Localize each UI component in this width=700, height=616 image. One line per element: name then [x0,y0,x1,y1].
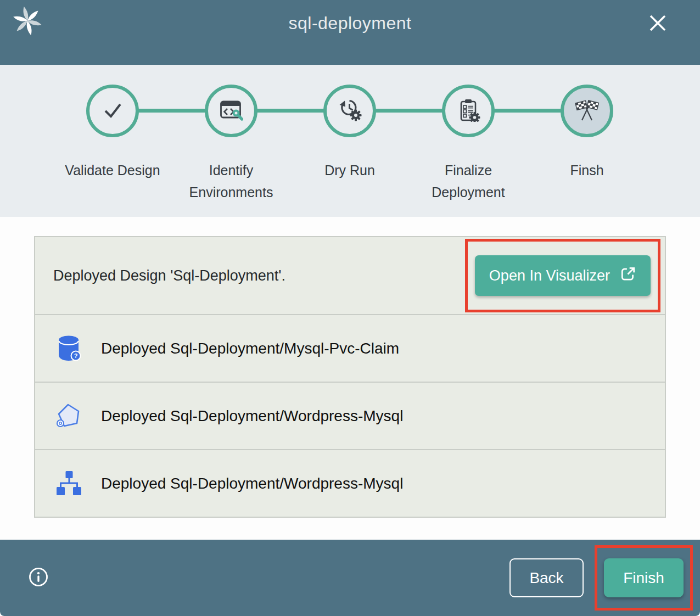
info-icon[interactable] [29,567,48,589]
external-link-icon [620,266,636,286]
results-list: Deployed Design 'Sql-Deployment'. Open I… [34,236,666,518]
modal-header: sql-deployment [0,0,700,65]
step-label: Dry Run [301,159,398,181]
open-in-visualizer-label: Open In Visualizer [489,267,610,284]
step-label: Validate Design [64,159,161,181]
step-label: Finalize Deployment [420,159,517,203]
pentagon-service-icon [56,402,81,430]
step-finalize-deployment: Finalize Deployment [420,85,517,203]
deployed-item-text: Deployed Sql-Deployment/Mysql-Pvc-Claim [101,340,399,357]
deployed-design-text: Deployed Design 'Sql-Deployment'. [53,267,285,284]
modal-footer: Back Finish [0,540,700,616]
step-validate-design: Validate Design [64,85,161,181]
step-circle [205,85,257,137]
hierarchy-deployment-icon [56,470,81,497]
deployment-wizard-modal: sql-deployment Validate Design [0,0,700,616]
close-icon[interactable] [646,12,669,35]
finish-flags-icon [574,98,600,124]
dry-run-history-icon [338,98,362,124]
step-finish: Finsh [539,85,635,181]
step-circle [86,85,139,137]
step-circle [561,85,613,137]
deployment-stepper: Validate Design Identify Environments [0,65,700,217]
table-row: Deployed Sql-Deployment/Wordpress-Mysql [34,382,666,450]
table-row: Deployed Sql-Deployment/Wordpress-Mysql [34,449,666,518]
step-circle [442,85,495,137]
deployed-item-text: Deployed Sql-Deployment/Wordpress-Mysql [101,407,403,425]
modal-title: sql-deployment [0,13,700,33]
finish-button[interactable]: Finish [604,558,684,597]
back-button[interactable]: Back [509,558,584,597]
code-configure-icon [219,98,243,124]
step-label: Finsh [539,159,635,181]
svg-text:?: ? [74,352,78,359]
results-panel: Deployed Design 'Sql-Deployment'. Open I… [0,217,700,540]
clipboard-gear-icon [456,98,480,124]
deployed-item-text: Deployed Sql-Deployment/Wordpress-Mysql [101,475,403,492]
step-dry-run: Dry Run [301,85,398,181]
open-in-visualizer-button[interactable]: Open In Visualizer [475,255,651,296]
step-label: Identify Environments [183,159,279,203]
deployed-design-row: Deployed Design 'Sql-Deployment'. Open I… [34,236,666,315]
step-circle [323,85,376,137]
highlight-annotation: Open In Visualizer [465,239,660,312]
database-icon: ? [56,335,81,362]
step-identify-environments: Identify Environments [183,85,279,203]
highlight-annotation: Finish [595,545,693,611]
check-icon [100,98,125,124]
table-row: ? Deployed Sql-Deployment/Mysql-Pvc-Clai… [34,314,666,383]
